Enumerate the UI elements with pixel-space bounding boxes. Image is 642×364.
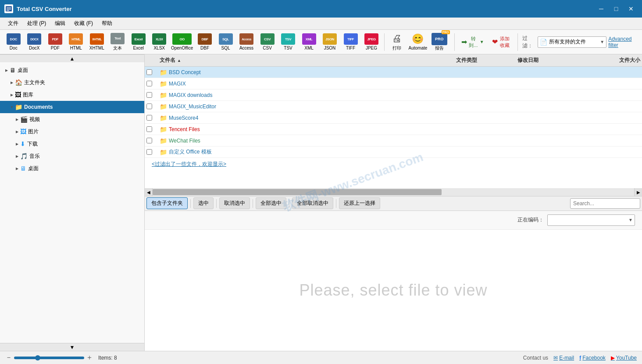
h-scroll-track[interactable] — [153, 188, 634, 196]
toolbar-print-button[interactable]: 🖨 打印 — [387, 32, 407, 52]
main-area: ▲ ▶ 🖥 桌面 ▶ 🏠 主文件夹 ▶ 🖼 图库 ▼ — [0, 54, 642, 351]
encoding-select[interactable]: ▼ — [547, 214, 635, 226]
bookmark-button[interactable]: ❤ 添加收藏 — [489, 34, 513, 50]
menu-edit[interactable]: 编辑 — [50, 18, 70, 29]
list-item[interactable]: 📁 MAGIX — [145, 78, 642, 89]
row-checkbox-magix[interactable] — [146, 81, 160, 86]
toolbar-docx-button[interactable]: DOCX DocX — [25, 32, 45, 52]
h-scroll-left-button[interactable]: ◀ — [145, 188, 153, 196]
sidebar-item-pictures[interactable]: ▶ 🖼 图片 — [0, 125, 144, 138]
select-button[interactable]: 选中 — [193, 197, 214, 209]
sidebar-item-desktop[interactable]: ▶ 🖥 桌面 — [0, 64, 144, 76]
row-checkbox-magix-dl[interactable] — [146, 92, 160, 98]
row-checkbox-magix-me[interactable] — [146, 103, 160, 109]
toolbar-xml-button[interactable]: XML XML — [299, 32, 319, 52]
menu-process[interactable]: 处理 (P) — [23, 18, 50, 29]
preview-area: Please, select file to view — [145, 230, 642, 351]
xlsx-icon: XLSX — [152, 33, 166, 45]
deselect-all-button[interactable]: 全部取消选中 — [292, 197, 333, 209]
sidebar-item-desktop2[interactable]: ▶ 🖥 桌面 — [0, 162, 144, 175]
list-item[interactable]: 📁 MuseScore4 — [145, 112, 642, 124]
row-checkbox-tencent[interactable] — [146, 126, 160, 132]
menu-help[interactable]: 帮助 — [97, 18, 117, 29]
email-link[interactable]: ✉ E-mail — [553, 355, 574, 361]
header-date-col[interactable]: 修改日期 — [517, 57, 596, 64]
expand-icon: ▶ — [14, 128, 20, 135]
row-checkbox-bsd[interactable] — [146, 69, 160, 75]
facebook-link[interactable]: f Facebook — [579, 355, 606, 361]
menu-favorites[interactable]: 收藏 (F) — [70, 18, 97, 29]
zoom-slider[interactable] — [14, 357, 84, 359]
toolbar-txt-button[interactable]: Text 文本 — [108, 32, 128, 52]
row-checkbox-wechat[interactable] — [146, 138, 160, 143]
filter-select[interactable]: 📄 所有支持的文件 ▼ — [538, 36, 606, 48]
h-scroll-right-button[interactable]: ▶ — [634, 188, 642, 196]
toolbar-html-button[interactable]: HTML HTML — [66, 32, 86, 52]
h-scroll-thumb[interactable] — [153, 189, 442, 195]
convert-to-button[interactable]: ➡ 转到... ▼ — [459, 34, 486, 50]
zoom-minus-button[interactable]: － — [5, 353, 12, 362]
sidebar-label-desktop: 桌面 — [18, 67, 28, 74]
report-button[interactable]: PRO PRO 报告 — [429, 32, 450, 52]
toolbar-xhtml-button[interactable]: XHTML XHTML — [87, 32, 107, 52]
row-checkbox-office[interactable] — [146, 149, 160, 155]
email-label: E-mail — [559, 355, 574, 361]
minimize-button[interactable]: ─ — [595, 4, 608, 14]
maximize-button[interactable]: □ — [610, 4, 623, 14]
filtered-message[interactable]: <过滤出了一些文件，欢迎显示> — [145, 158, 642, 171]
filter-select-text: 所有支持的文件 — [549, 38, 598, 46]
toolbar-excel-button[interactable]: Excel Excel — [128, 32, 149, 52]
tree-scroll-up[interactable]: ▲ — [0, 54, 144, 62]
zoom-plus-button[interactable]: ＋ — [86, 353, 93, 362]
toolbar-json-button[interactable]: JSON JSON — [320, 32, 340, 52]
restore-selection-button[interactable]: 还原上一选择 — [339, 197, 380, 209]
filter-area: 过滤： 📄 所有支持的文件 ▼ Advanced filter — [522, 35, 638, 50]
expand-icon: ▶ — [14, 165, 20, 171]
select-all-button[interactable]: 全部选中 — [256, 197, 286, 209]
close-button[interactable]: ✕ — [624, 4, 638, 14]
toolbar-dbf-button[interactable]: DBF DBF — [195, 32, 215, 52]
search-input[interactable] — [570, 198, 640, 209]
encoding-label: 正在编码： — [517, 216, 544, 224]
toolbar-openoffice-button[interactable]: OO OpenOffice — [170, 32, 194, 52]
list-item[interactable]: 📁 WeChat Files — [145, 135, 642, 146]
list-item[interactable]: 📁 MAGIX_MusicEditor — [145, 101, 642, 112]
header-name-col[interactable]: 文件名 ▲ — [160, 57, 456, 64]
youtube-link[interactable]: ▶ YouTube — [611, 355, 637, 361]
file-list: 📁 BSD Concept 📁 MAGIX 📁 MAGIX downloads — [145, 67, 642, 188]
list-item[interactable]: 📁 MAGIX downloads — [145, 89, 642, 101]
header-type-col[interactable]: 文件类型 — [456, 57, 517, 64]
menu-file[interactable]: 文件 — [4, 18, 23, 29]
toolbar-jpeg-button[interactable]: JPEG JPEG — [361, 32, 382, 52]
expand-icon: ▶ — [14, 116, 20, 122]
tsv-icon: TSV — [281, 33, 295, 45]
deselect-button[interactable]: 取消选中 — [219, 197, 250, 209]
list-item[interactable]: 📁 BSD Concept — [145, 67, 642, 78]
toolbar-access-button[interactable]: Access Access — [236, 32, 257, 52]
list-item[interactable]: 📁 Tencent Files — [145, 124, 642, 135]
toolbar-xlsx-button[interactable]: XLSX XLSX — [150, 32, 170, 52]
toolbar-sep-1 — [384, 33, 385, 51]
toolbar-pdf-button[interactable]: PDF PDF — [45, 32, 65, 52]
row-checkbox-musescore[interactable] — [146, 115, 160, 121]
row-filename-bsd: BSD Concept — [169, 69, 456, 75]
sidebar-label-home: 主文件夹 — [24, 79, 45, 86]
toolbar-sql-button[interactable]: SQL SQL — [216, 32, 236, 52]
zoom-slider-thumb[interactable] — [35, 355, 40, 360]
sidebar-item-gallery[interactable]: ▶ 🖼 图库 — [0, 89, 144, 101]
include-subfolders-button[interactable]: 包含子文件夹 — [146, 197, 188, 209]
sidebar-item-music[interactable]: ▶ 🎵 音乐 — [0, 150, 144, 162]
toolbar-csv-button[interactable]: CSV CSV — [257, 32, 278, 52]
toolbar-automate-button[interactable]: 😊 Automate — [408, 32, 428, 52]
toolbar-tsv-button[interactable]: TSV TSV — [278, 32, 298, 52]
sidebar-item-downloads[interactable]: ▶ ⬇ 下载 — [0, 138, 144, 150]
sidebar-item-home[interactable]: ▶ 🏠 主文件夹 — [0, 76, 144, 89]
advanced-filter-button[interactable]: Advanced filter — [608, 36, 638, 48]
sidebar-item-documents[interactable]: ▼ 📁 Documents — [0, 101, 144, 113]
header-size-col[interactable]: 文件大小 — [596, 57, 640, 64]
list-item[interactable]: 📁 自定义 Office 模板 — [145, 146, 642, 158]
toolbar-doc-button[interactable]: DOC Doc — [4, 32, 24, 52]
tree-scroll-down[interactable]: ▼ — [0, 343, 144, 351]
sidebar-item-videos[interactable]: ▶ 🎬 视频 — [0, 113, 144, 125]
toolbar-tiff-button[interactable]: TIFF TIFF — [341, 32, 361, 52]
